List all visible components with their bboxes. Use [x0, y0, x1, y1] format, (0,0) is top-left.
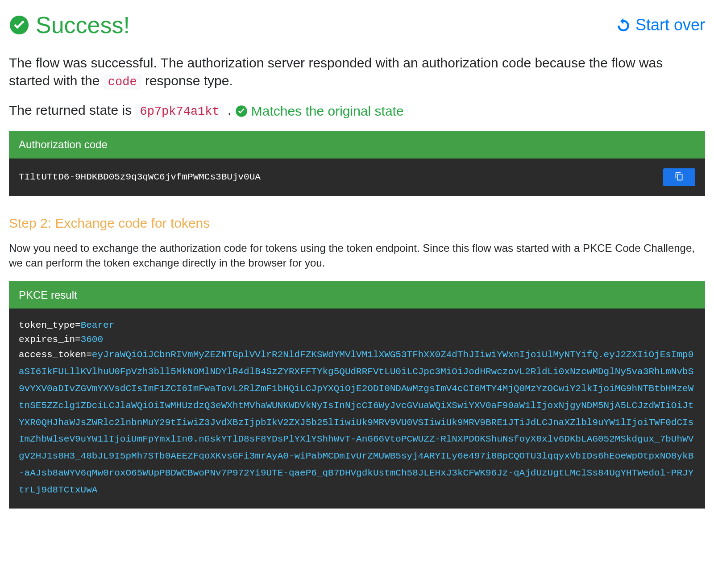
- access-token-line: access_token=eyJraWQiOiJCbnRIVmMyZEZNTGp…: [19, 346, 695, 498]
- access-token-key: access_token=: [19, 350, 92, 360]
- success-text: Success!: [36, 9, 130, 42]
- step2-heading: Step 2: Exchange code for tokens: [9, 214, 705, 233]
- state-match-text: Matches the original state: [251, 102, 404, 121]
- authorization-code-panel: Authorization code TIltUTtD6-9HDKBD05z9q…: [9, 131, 705, 196]
- start-over-text: Start over: [635, 14, 705, 36]
- state-value-code: 6p7pk74a1kt: [135, 104, 224, 120]
- start-over-link[interactable]: Start over: [616, 14, 705, 36]
- copy-icon: [675, 172, 684, 182]
- intro-paragraph-1: The flow was successful. The authorizati…: [9, 54, 705, 91]
- intro-line2-prefix: The returned state is: [9, 103, 135, 117]
- expires-in-value: 3600: [81, 334, 103, 345]
- expires-in-key: expires_in=: [19, 334, 81, 345]
- response-type-code: code: [104, 74, 141, 90]
- authorization-code-value: TIltUTtD6-9HDKBD05z9q3qWC6jvfmPWMCs3BUjv…: [19, 170, 261, 184]
- page-container: Success! Start over The flow was success…: [9, 9, 705, 509]
- check-circle-icon: [9, 15, 29, 35]
- authorization-code-panel-body: TIltUTtD6-9HDKBD05z9q3qWC6jvfmPWMCs3BUjv…: [9, 158, 705, 196]
- intro-paragraph-2: The returned state is 6p7pk74a1kt . Matc…: [9, 101, 705, 120]
- intro-line2-suffix: .: [228, 103, 235, 117]
- token-type-key: token_type=: [19, 320, 81, 330]
- check-circle-icon: [235, 105, 248, 117]
- success-heading: Success!: [9, 9, 130, 42]
- pkce-result-panel: PKCE result token_type=Bearer expires_in…: [9, 281, 705, 509]
- authorization-code-row: TIltUTtD6-9HDKBD05z9q3qWC6jvfmPWMCs3BUjv…: [19, 168, 695, 186]
- state-match-indicator: Matches the original state: [235, 102, 404, 121]
- access-token-value: eyJraWQiOiJCbnRIVmMyZEZNTGplVVlrR2NldFZK…: [19, 350, 693, 495]
- intro-line1-suffix: response type.: [145, 73, 233, 88]
- authorization-code-panel-header: Authorization code: [9, 131, 705, 158]
- expires-in-line: expires_in=3600: [19, 333, 695, 347]
- pkce-result-panel-body: token_type=Bearer expires_in=3600 access…: [9, 309, 705, 508]
- reload-icon: [616, 17, 631, 33]
- copy-code-button[interactable]: [663, 168, 695, 186]
- token-type-value: Bearer: [81, 320, 115, 330]
- header-row: Success! Start over: [9, 9, 705, 42]
- token-type-line: token_type=Bearer: [19, 318, 695, 333]
- pkce-result-panel-header: PKCE result: [9, 281, 705, 309]
- step2-description: Now you need to exchange the authorizati…: [9, 241, 705, 271]
